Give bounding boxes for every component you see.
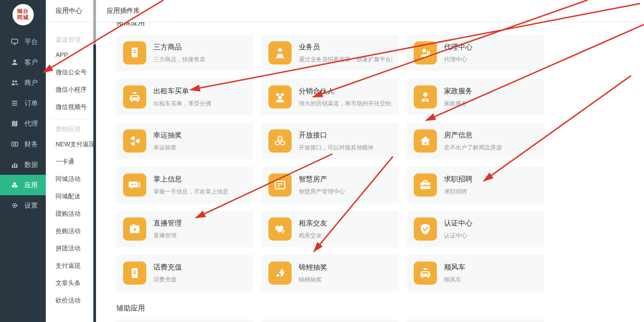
sidebar-item-apps[interactable]: 应用 [0,175,46,195]
app-card-briefcase[interactable]: 求职招聘求职招聘 [407,167,544,203]
menu-item[interactable]: 微信小程序 [46,81,96,98]
platform-icon [11,38,24,46]
card-desc: 掌握一手信息，尽在掌上信息 [153,188,228,196]
agent-center-icon [414,41,437,64]
settings-icon [11,201,24,209]
card-desc: 求职招聘 [444,188,472,196]
card-text: 幸运抽奖幸运抽奖 [153,131,182,152]
sidebar-item-order[interactable]: 订单 [0,93,46,113]
app-card-koi[interactable]: 锦鲤抽奖锦鲤抽奖 [262,255,399,291]
sidebar-item-label: 商户 [24,79,38,87]
app-card-salesman[interactable]: 业务员通过业务员招募商家，快速扩展平台商 [262,35,399,71]
menu-scrollbar-thumb[interactable] [93,0,96,44]
lucky-draw-icon [123,129,146,153]
card-title: 业务员 [299,43,392,52]
housekeeping-icon [414,85,437,109]
menu-item[interactable]: 抢购活动 [46,222,96,240]
app-card-partial[interactable] [262,319,399,322]
briefcase-icon [414,173,437,197]
tab-plugin-library[interactable]: 应用插件库 [107,7,140,15]
smart-property-icon [268,173,292,197]
logo-text-line2: 同城 [17,15,29,21]
sidebar-item-label: 客户 [24,58,38,67]
secondary-menu: 渠道管理APP微信公众号微信小程序微信视频号营销应用NEW支付返现一卡通同城活动… [46,22,96,322]
card-title: 三方商品 [153,43,205,52]
card-text: 掌上信息掌握一手信息，尽在掌上信息 [153,175,228,196]
app-card-live[interactable]: 直播管理直播管理 [116,211,253,247]
app-card-house[interactable]: 房产信息足不出户了解周边房源 [407,123,544,159]
data-icon [11,161,24,169]
app-card-receipt[interactable]: 三方商品三方商品，快捷售卖 [116,35,253,71]
card-text: 直播管理直播管理 [153,219,182,240]
body-area: 渠道管理APP微信公众号微信小程序微信视频号营销应用NEW支付返现一卡通同城活动… [46,22,644,322]
card-desc: 认证中心 [444,232,472,240]
shield-icon [414,217,437,241]
card-text: 开放接口开放接口，可以对接其他模块 [299,131,374,152]
sidebar-item-merchant[interactable]: 商户 [0,72,46,93]
app-card-taxi[interactable]: 出租车买单出租车买单，享受分佣 [116,79,253,115]
sidebar-item-data[interactable]: 数据 [0,154,46,175]
phone-recharge-icon: ¥ [123,262,146,285]
app-card-agent-center[interactable]: 代理中心代理中心 [407,35,544,71]
sidebar-item-customer[interactable]: 客户 [0,52,46,72]
app-card-smart-property[interactable]: 智慧房产智慧房产管理中心 [262,167,399,203]
receipt-icon [123,41,146,64]
section-title: 辅助应用 [116,304,644,313]
menu-item[interactable]: 支付返现 [46,257,96,274]
menu-item[interactable]: 砍价活动 [46,292,96,309]
app-card-housekeeping[interactable]: 家政服务家政服务 [407,79,544,115]
order-icon [11,99,24,107]
menu-item[interactable]: NEW支付返现 [46,136,96,153]
menu-group-header: 渠道管理 [46,33,96,46]
koi-icon [268,262,292,285]
sidebar-item-label: 数据 [24,161,38,169]
app-card-partners[interactable]: 分销合伙人强大的营销渠道，将市场的开括交给用 [262,79,399,115]
sidebar-item-label: 订单 [24,99,38,108]
menu-item[interactable]: 文章头条 [46,274,96,292]
app-card-chat[interactable]: 掌上信息掌握一手信息，尽在掌上信息 [116,167,253,203]
card-title: 房产信息 [444,131,502,140]
card-title: 话费充值 [153,263,182,272]
dating-icon [268,217,292,241]
menu-item[interactable]: 微信公众号 [46,64,96,81]
card-desc: 出租车买单，享受分佣 [153,100,211,108]
menu-item[interactable]: APP [46,46,96,64]
app-card-phone-recharge[interactable]: ¥话费充值话费充值 [116,255,253,291]
card-title: 智慧房产 [299,175,345,184]
card-desc: 智慧房产管理中心 [299,188,345,196]
card-text: 家政服务家政服务 [444,87,472,108]
menu-scrollbar-track[interactable] [93,0,96,322]
sidebar-item-label: 设置 [24,201,38,210]
app-card-dating[interactable]: 相亲交友相亲交友 [262,211,399,247]
chat-icon [123,173,146,197]
app-card-api[interactable]: 开放接口开放接口，可以对接其他模块 [262,123,399,159]
app-card-rideshare-taxi[interactable]: 顺风车顺风车 [407,255,544,291]
app-card-lucky-draw[interactable]: 幸运抽奖幸运抽奖 [116,123,253,159]
menu-item[interactable]: 团购活动 [46,205,96,222]
house-icon [414,129,437,153]
sidebar-item-finance[interactable]: 财务 [0,134,46,154]
sidebar-item-platform[interactable]: 平台 [0,32,46,52]
app-card-partial[interactable] [116,319,253,322]
brand-logo: 烟台 同城 [12,4,34,25]
sidebar-item-agent[interactable]: 代理 [0,113,46,134]
card-desc: 通过业务员招募商家，快速扩展平台商 [299,56,392,64]
partners-icon [268,85,292,109]
card-text: 三方商品三方商品，快捷售卖 [153,43,205,64]
card-text: 相亲交友相亲交友 [299,219,327,240]
menu-item[interactable]: 同城活动 [46,170,96,188]
menu-item[interactable]: 拼团活动 [46,240,96,257]
app-card-shield[interactable]: 认证中心认证中心 [407,211,544,247]
menu-item[interactable]: 微信视频号 [46,98,96,116]
app-card-grid: 三方商品三方商品，快捷售卖业务员通过业务员招募商家，快速扩展平台商代理中心代理中… [116,35,644,291]
card-desc: 家政服务 [444,100,472,108]
merchant-icon [11,79,24,87]
salesman-icon [268,41,292,64]
app-card-partial[interactable] [407,319,544,322]
menu-item[interactable]: 同城配送 [46,188,96,205]
sidebar-item-settings[interactable]: 设置 [0,195,46,216]
card-title: 分销合伙人 [299,87,392,96]
menu-item[interactable]: 一卡通 [46,153,96,170]
tab-app-center[interactable]: 应用中心 [46,7,96,15]
section-title: 拓展应用 [116,22,644,28]
